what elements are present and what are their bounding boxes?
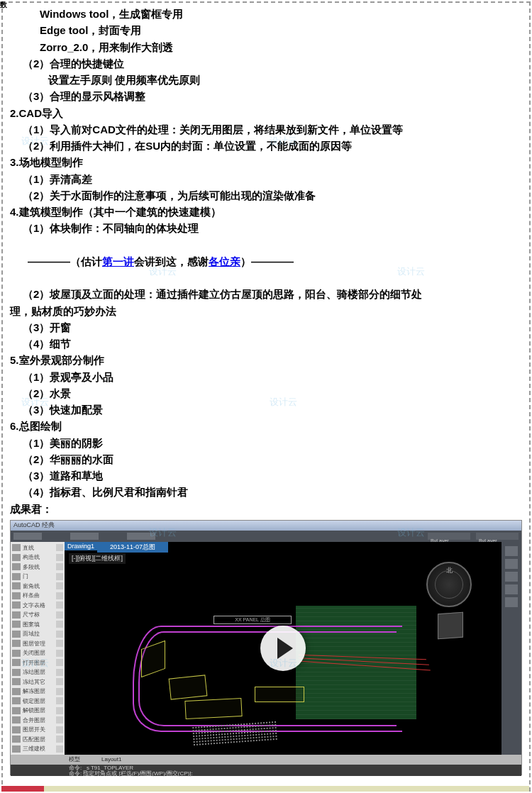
- drawing-title-block: XX PANEL 总图: [214, 616, 292, 624]
- palette-item[interactable]: 关闭图层: [12, 648, 63, 658]
- cad-canvas[interactable]: Drawing1 2013-11-07总图 [-][俯视][二维线框] 北 XX…: [65, 542, 501, 755]
- text-line: 6.总图绘制: [10, 418, 522, 434]
- tool-end-icon: [56, 573, 63, 580]
- tool-icon: [12, 716, 21, 723]
- viewport-label: [-][俯视][二维线框]: [69, 553, 126, 564]
- tool-icon: [12, 631, 21, 638]
- toolbar-item[interactable]: [127, 533, 155, 540]
- tool-icon: [12, 592, 21, 599]
- divider-text-a: ————（估计: [28, 255, 102, 267]
- tool-icon: [12, 573, 21, 580]
- palette-item[interactable]: 图层管理: [12, 639, 63, 648]
- tool-label: 合并图层: [23, 716, 54, 724]
- tool-icon: [12, 544, 21, 551]
- palette-item[interactable]: 解冻图层: [12, 687, 63, 696]
- tool-icon: [12, 745, 21, 753]
- viewcube-compass[interactable]: 北: [426, 562, 472, 607]
- tool-icon: [12, 582, 21, 589]
- building-block: [184, 698, 242, 719]
- palette-item[interactable]: 锁定图层: [12, 697, 63, 706]
- palette-item[interactable]: 图层开关: [12, 725, 63, 734]
- palette-item[interactable]: 直线: [12, 543, 63, 553]
- text-line: 设置左手原则 使用频率优先原则: [10, 72, 522, 88]
- command-line[interactable]: 命令: _s T91_TOPLAYER 命令: 指定对角点或 [栏选(F)/圈围…: [11, 765, 521, 776]
- tool-icon: [12, 650, 21, 657]
- palette-item[interactable]: 样条曲: [12, 591, 63, 600]
- palette-item[interactable]: 面域拉: [12, 629, 63, 638]
- tool-label: 关闭图层: [23, 649, 54, 657]
- link-thanks[interactable]: 各位亲: [209, 255, 240, 267]
- tool-end-icon: [56, 631, 63, 638]
- text-line: （2）坡屋顶及立面的处理：通过插件建立仿古屋顶的思路，阳台、骑楼部分的细节处: [10, 286, 522, 302]
- tool-end-icon: [56, 544, 63, 551]
- tool-icon: [12, 621, 21, 628]
- palette-item[interactable]: 三维建模: [12, 744, 63, 753]
- palette-item[interactable]: 打开图层: [12, 658, 63, 667]
- viewcube[interactable]: [438, 611, 463, 639]
- tool-icon: [12, 678, 21, 685]
- tool-label: 尺寸标: [23, 611, 54, 619]
- text-line: 成果君：: [10, 501, 522, 517]
- tool-end-icon: [56, 688, 63, 695]
- palette-item[interactable]: 门: [12, 572, 63, 581]
- compass-north: 北: [446, 566, 453, 575]
- tool-label: 样条曲: [23, 592, 54, 599]
- tool-icon: [12, 669, 21, 676]
- bottom-accent-bar: [1, 786, 529, 792]
- play-button[interactable]: [260, 626, 306, 671]
- tool-label: 打开图层: [23, 659, 54, 667]
- palette-item[interactable]: 图案填: [12, 620, 63, 629]
- tool-label: 锁定图层: [23, 697, 54, 705]
- tool-end-icon: [56, 736, 63, 743]
- drawing-tab[interactable]: Drawing1: [65, 542, 100, 550]
- toolbar-item[interactable]: [70, 533, 99, 540]
- text-line: （4）指标君、比例尺君和指南针君: [10, 484, 522, 500]
- cad-toolbar: ByLayer ByLayer: [11, 531, 521, 542]
- tool-icon: [12, 688, 21, 695]
- drawing-tab[interactable]: 2013-11-07总图: [97, 542, 168, 553]
- palette-item[interactable]: 解锁图层: [12, 706, 63, 715]
- tool-end-icon: [56, 716, 63, 723]
- palette-item[interactable]: 窗角线: [12, 582, 63, 591]
- tool-icon: [12, 659, 21, 666]
- tool-label: 图层管理: [23, 640, 54, 648]
- tool-icon: [12, 736, 21, 743]
- model-tab[interactable]: 模型: [69, 755, 80, 763]
- text-line: 4.建筑模型制作（其中一个建筑的快速建模）: [10, 204, 522, 220]
- palette-item[interactable]: 文字表格: [12, 601, 63, 610]
- command-text: 命令: 指定对角点或 [栏选(F)/圈围(WP)/圈交(CP)]:: [69, 771, 521, 777]
- tool-label: 图案填: [23, 621, 54, 628]
- tool-label: 图层开关: [23, 726, 54, 733]
- palette-item[interactable]: 多段线: [12, 562, 63, 572]
- palette-item[interactable]: 合并图层: [12, 716, 63, 725]
- nav-tool[interactable]: [505, 584, 518, 594]
- toolbar-item[interactable]: [13, 533, 42, 540]
- divider-text-c: ）————: [240, 255, 294, 267]
- tool-label: 文字表格: [23, 601, 54, 609]
- tool-end-icon: [56, 592, 63, 599]
- text-line: （3）快速加配景: [10, 401, 522, 418]
- nav-tool[interactable]: [505, 559, 518, 569]
- text-line: （2）合理的快捷键位: [10, 55, 522, 72]
- tool-end-icon: [56, 678, 63, 685]
- bylayer-dropdown[interactable]: ByLayer: [428, 533, 470, 540]
- text-line: （1）景观亭及小品: [10, 369, 522, 385]
- text-line: （4）细节: [10, 336, 522, 352]
- palette-item[interactable]: 尺寸标: [12, 610, 63, 619]
- bylayer-dropdown[interactable]: ByLayer: [476, 533, 519, 540]
- layout-tab[interactable]: Layout1: [101, 756, 121, 762]
- nav-tool[interactable]: [505, 546, 518, 556]
- palette-item[interactable]: 冻结图层: [12, 667, 63, 677]
- tool-end-icon: [56, 554, 63, 561]
- cad-left-palette: 直线构造线多段线门窗角线样条曲文字表格尺寸标图案填面域拉图层管理关闭图层打开图层…: [11, 542, 65, 755]
- nav-tool[interactable]: [505, 572, 518, 582]
- tool-label: 面域拉: [23, 630, 54, 638]
- building-block: [169, 675, 208, 699]
- text-line: 理，贴材质的巧妙办法: [10, 303, 522, 319]
- text-line: （1）体块制作：不同轴向的体块处理: [10, 220, 522, 236]
- nav-tool[interactable]: [505, 597, 518, 607]
- link-first-lecture[interactable]: 第一讲: [102, 255, 134, 267]
- palette-item[interactable]: 构造线: [12, 553, 63, 562]
- palette-item[interactable]: 冻结其它: [12, 677, 63, 687]
- palette-item[interactable]: 匹配图层: [12, 735, 63, 744]
